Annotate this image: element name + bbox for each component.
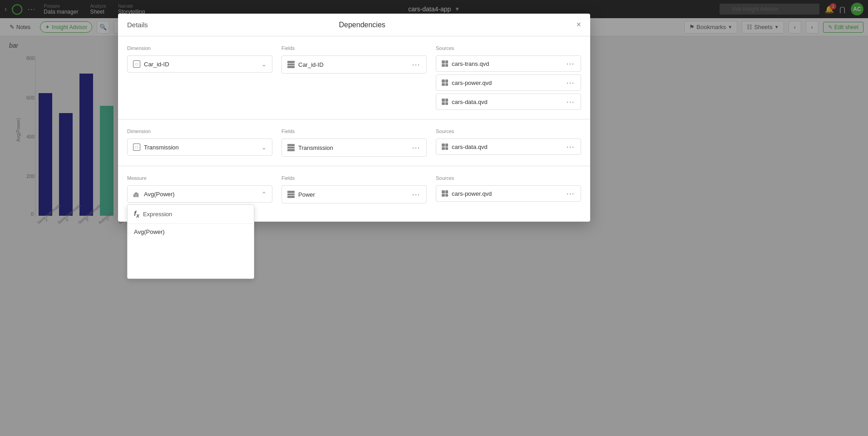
modal-header: Details Dependencies × [118, 14, 590, 36]
grid-icon-2a [442, 144, 448, 150]
table-icon-1 [287, 61, 295, 68]
measure-icon [133, 190, 140, 198]
modal-title-details: Details [127, 21, 148, 29]
fields-dots-1[interactable]: ⋯ [412, 60, 421, 69]
sources-label-1: Sources [436, 45, 581, 51]
svg-rect-23 [137, 193, 138, 197]
expression-body: Avg(Power) [128, 224, 254, 278]
source-label-3a: cars-power.qvd [452, 190, 562, 197]
sources-col-1: Sources cars-trans.qvd ⋯ cars-power.qvd [436, 45, 581, 110]
source-item-3a: cars-power.qvd ⋯ [436, 185, 581, 202]
fields-label-2: Fields [281, 129, 427, 134]
dimension-card-2: □ Transmission ⌄ [127, 139, 272, 156]
expression-dropdown: fx Expression Avg(Power) [127, 204, 254, 279]
table-icon-3 [287, 191, 295, 198]
modal-body: Dimension □ Car_id-ID ⌄ Fields Car_id-ID [118, 36, 590, 222]
fields-col-1: Fields Car_id-ID ⋯ [281, 45, 427, 110]
sources-col-2: Sources cars-data.qvd ⋯ [436, 129, 581, 157]
source-item-1c: cars-data.qvd ⋯ [436, 94, 581, 110]
grid-icon-3a [442, 190, 448, 197]
dimension-value-2: Transmission [144, 144, 258, 151]
measure-col: Measure Avg(Power) ⌃ [127, 175, 272, 203]
dimension-col-1: Dimension □ Car_id-ID ⌄ [127, 45, 272, 110]
dimension-label-1: Dimension [127, 45, 272, 51]
dimension-label-2: Dimension [127, 129, 272, 134]
source-dots-2a[interactable]: ⋯ [566, 143, 575, 151]
fields-dots-3[interactable]: ⋯ [412, 190, 421, 198]
fields-card-1: Car_id-ID ⋯ [281, 55, 427, 74]
measure-value: Avg(Power) [144, 191, 258, 198]
measure-label: Measure [127, 175, 272, 181]
svg-rect-21 [133, 194, 135, 197]
source-dots-3a[interactable]: ⋯ [566, 189, 575, 198]
cube-icon-2: □ [133, 144, 140, 151]
source-dots-1c[interactable]: ⋯ [566, 98, 575, 106]
fields-card-2: Transmission ⋯ [281, 139, 427, 157]
measure-card: Avg(Power) ⌃ [127, 185, 272, 203]
fields-label-1: Fields [281, 45, 427, 51]
modal-close-button[interactable]: × [576, 20, 581, 30]
fields-col-3: Fields Power ⋯ [281, 175, 427, 203]
sources-label-2: Sources [436, 129, 581, 134]
dimension-card-1: □ Car_id-ID ⌄ [127, 55, 272, 73]
dependency-row-1: Dimension □ Car_id-ID ⌄ Fields Car_id-ID [118, 36, 590, 119]
fields-col-2: Fields Transmission ⋯ [281, 129, 427, 157]
expression-fx-icon: fx [134, 209, 139, 219]
sources-col-3: Sources cars-power.qvd ⋯ [436, 175, 581, 203]
fields-card-3: Power ⋯ [281, 185, 427, 203]
grid-icon-1a [442, 60, 448, 67]
expression-label: Expression [143, 211, 172, 218]
dimension-value-1: Car_id-ID [144, 61, 258, 68]
fields-value-3: Power [298, 191, 408, 198]
grid-icon-1c [442, 99, 448, 105]
source-item-2a: cars-data.qvd ⋯ [436, 139, 581, 155]
fields-dots-2[interactable]: ⋯ [412, 144, 421, 152]
source-item-1a: cars-trans.qvd ⋯ [436, 55, 581, 72]
source-label-1c: cars-data.qvd [452, 99, 562, 105]
table-icon-2 [287, 144, 295, 151]
cube-icon-1: □ [133, 60, 140, 68]
dimension-chevron-1[interactable]: ⌄ [261, 61, 266, 68]
modal-title-dependencies: Dependencies [339, 21, 385, 29]
source-label-2a: cars-data.qvd [452, 144, 562, 150]
fields-label-3: Fields [281, 175, 427, 181]
grid-icon-1b [442, 79, 448, 86]
sources-label-3: Sources [436, 175, 581, 181]
source-item-1b: cars-power.qvd ⋯ [436, 74, 581, 91]
fields-value-2: Transmission [298, 144, 408, 151]
source-label-1a: cars-trans.qvd [452, 60, 562, 67]
source-dots-1a[interactable]: ⋯ [566, 59, 575, 68]
expression-header: fx Expression [128, 205, 254, 224]
dimension-chevron-2[interactable]: ⌄ [261, 144, 266, 151]
measure-chevron-up[interactable]: ⌃ [261, 191, 266, 198]
source-label-1b: cars-power.qvd [452, 79, 562, 86]
dependency-row-2: Dimension □ Transmission ⌄ Fields Transm… [118, 119, 590, 166]
dependencies-modal: Details Dependencies × Dimension □ Car_i… [118, 14, 590, 222]
expression-value: Avg(Power) [134, 228, 165, 235]
fields-value-1: Car_id-ID [298, 61, 408, 68]
source-dots-1b[interactable]: ⋯ [566, 79, 575, 87]
dimension-col-2: Dimension □ Transmission ⌄ [127, 129, 272, 157]
